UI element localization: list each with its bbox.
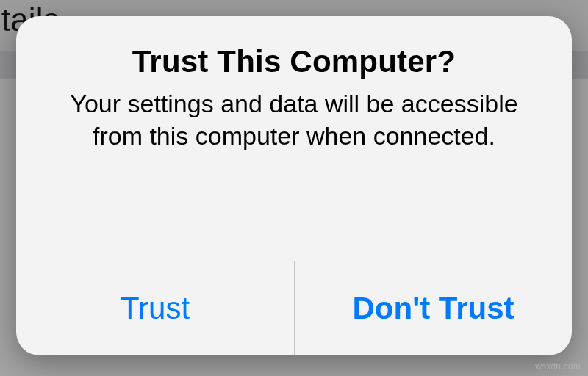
alert-content: Trust This Computer? Your settings and d… xyxy=(16,16,572,261)
alert-message: Your settings and data will be accessibl… xyxy=(54,88,534,152)
alert-title: Trust This Computer? xyxy=(54,44,534,79)
dont-trust-button[interactable]: Don't Trust xyxy=(294,261,572,355)
screen: e Details Trust This Computer? Your sett… xyxy=(0,0,588,376)
trust-button[interactable]: Trust xyxy=(16,261,294,355)
watermark: wsxdn.com xyxy=(535,361,581,372)
trust-computer-alert: Trust This Computer? Your settings and d… xyxy=(16,16,572,355)
alert-button-row: Trust Don't Trust xyxy=(16,261,572,355)
